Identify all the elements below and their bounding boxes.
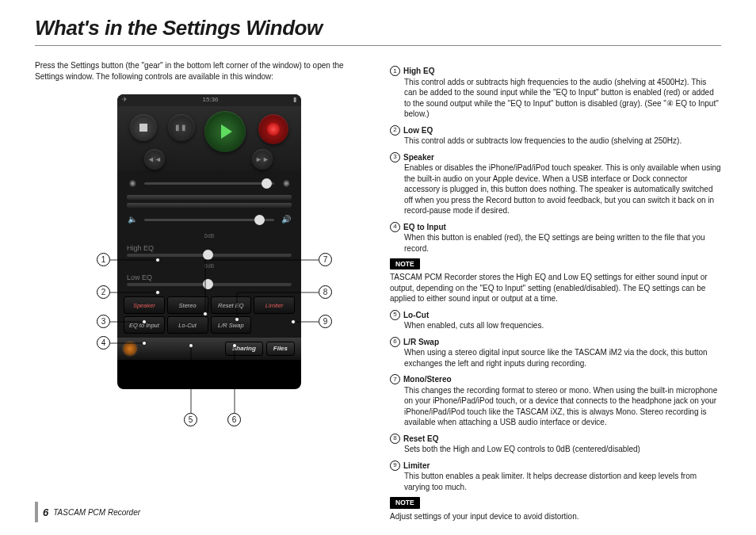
item-1: 1High EQ: [390, 66, 721, 77]
mic-high-icon: ◉: [281, 178, 292, 189]
item-number: 5: [390, 310, 400, 320]
item-body: When using a stereo digital input source…: [404, 347, 721, 369]
transport-panel: ▮▮ ◄◄ ►►: [117, 106, 301, 171]
item-body: This button enables a peak limiter. It h…: [404, 471, 721, 492]
callout-7: 7: [319, 253, 332, 266]
item-body: This control adds or subtracts high freq…: [404, 77, 721, 120]
callout-5: 5: [184, 413, 197, 426]
page-number: 6: [43, 506, 48, 518]
item-body: This control adds or subtracts low frequ…: [404, 136, 721, 147]
db-label-high: 0dB: [204, 233, 214, 239]
item-number: 3: [390, 152, 400, 162]
item-title: Lo-Cut: [403, 310, 429, 321]
item-number: 4: [390, 222, 400, 232]
item-7: 7 Mono/Stereo: [390, 374, 721, 385]
files-button[interactable]: Files: [266, 342, 295, 356]
play-button[interactable]: [204, 111, 246, 152]
battery-icon: ▮: [293, 96, 296, 105]
gear-icon[interactable]: [124, 342, 136, 355]
item-title: Speaker: [403, 152, 434, 163]
callout-1: 1: [97, 253, 110, 266]
record-button[interactable]: [258, 114, 288, 144]
status-time: 15:36: [202, 96, 218, 105]
low-eq-slider[interactable]: [127, 283, 292, 286]
speaker-high-icon: 🔊: [281, 214, 292, 225]
item-number: 8: [390, 434, 400, 444]
note-tag: NOTE: [390, 258, 420, 269]
stop-button[interactable]: [130, 114, 157, 141]
item-title: EQ to Input: [403, 222, 446, 233]
page-footer: 6 TASCAM PCM Recorder: [35, 502, 140, 522]
manual-page: What's in the Settings Window Press the …: [0, 0, 756, 535]
item-body: Sets both the High and Low EQ controls t…: [404, 444, 721, 455]
callout-4: 4: [97, 336, 110, 350]
reset-eq-button[interactable]: Reset EQ: [211, 296, 252, 314]
item-2: 2Low EQ: [390, 125, 721, 136]
left-column: Press the Settings button (the "gear" in…: [35, 60, 368, 522]
volume-section: ◉ ◉ 🔈 🔊: [117, 171, 301, 230]
item-number: 7: [390, 374, 400, 384]
item-body: Enables or disables the iPhone/iPad/iPod…: [404, 162, 721, 216]
input-gain-slider[interactable]: [144, 182, 274, 185]
level-meter-l: [127, 195, 292, 200]
high-eq-slider[interactable]: [127, 254, 292, 257]
right-column: 1High EQThis control adds or subtracts h…: [390, 60, 721, 522]
db-label-low: 0dB: [204, 263, 214, 269]
item-number: 2: [390, 125, 400, 136]
prev-button[interactable]: ◄◄: [144, 149, 165, 170]
pause-button[interactable]: ▮▮: [168, 114, 195, 141]
note-text: Adjust settings of your input device to …: [390, 511, 721, 522]
airplane-icon: ✈: [122, 96, 128, 105]
item-9: 9Limiter: [390, 460, 721, 472]
button-grid: Speaker Stereo Reset EQ Limiter EQ to In…: [117, 294, 301, 338]
item-6: 6L/R Swap: [390, 337, 721, 348]
page-title: What's in the Settings Window: [35, 16, 721, 46]
mic-low-icon: ◉: [127, 178, 138, 189]
item-title: Limiter: [403, 460, 430, 472]
item-title: Mono/Stereo: [403, 374, 452, 385]
intro-text: Press the Settings button (the "gear" in…: [35, 60, 368, 82]
item-4: 4EQ to Input: [390, 222, 721, 233]
item-title: Reset EQ: [403, 434, 438, 445]
item-body: When enabled, cuts all low frequencies.: [404, 320, 721, 331]
item-title: High EQ: [403, 66, 434, 77]
lr-swap-button[interactable]: L/R Swap: [211, 316, 252, 334]
eq-to-input-button[interactable]: EQ to Input: [124, 316, 165, 334]
next-button[interactable]: ►►: [252, 149, 273, 170]
item-5: 5Lo-Cut: [390, 310, 721, 321]
callout-8: 8: [319, 285, 332, 299]
item-body: When this button is enabled (red), the E…: [404, 232, 721, 254]
item-number: 6: [390, 337, 400, 347]
sharing-button[interactable]: Sharing: [225, 342, 263, 356]
note-tag: NOTE: [390, 497, 420, 508]
callout-9: 9: [319, 315, 332, 328]
level-meter-r: [127, 203, 292, 208]
callout-3: 3: [97, 315, 110, 328]
item-title: L/R Swap: [403, 337, 439, 348]
item-body: This changes the recording format to ste…: [404, 385, 721, 428]
eq-section: 0dB High EQ 0dB Low EQ: [117, 230, 301, 294]
item-number: 1: [390, 66, 400, 76]
item-3: 3Speaker: [390, 152, 721, 163]
annotated-screenshot: ✈ 15:36 ▮ ▮▮ ◄◄ ►► ◉: [35, 94, 368, 451]
item-8: 8Reset EQ: [390, 434, 721, 445]
limiter-button[interactable]: Limiter: [254, 296, 295, 314]
volume-slider[interactable]: [144, 219, 274, 221]
callout-6: 6: [227, 413, 241, 426]
footer-accent: [35, 502, 38, 522]
footer-label: TASCAM PCM Recorder: [53, 508, 140, 517]
lo-cut-button[interactable]: Lo-Cut: [167, 316, 208, 334]
speaker-button[interactable]: Speaker: [124, 296, 165, 314]
status-bar: ✈ 15:36 ▮: [117, 94, 301, 106]
phone-mock: ✈ 15:36 ▮ ▮▮ ◄◄ ►► ◉: [117, 94, 301, 389]
callout-2: 2: [97, 285, 110, 299]
stereo-button[interactable]: Stereo: [167, 296, 208, 314]
item-title: Low EQ: [403, 125, 433, 136]
note-text: TASCAM PCM Recorder stores the High EQ a…: [390, 272, 721, 304]
item-number: 9: [390, 460, 400, 471]
speaker-low-icon: 🔈: [127, 214, 138, 225]
bottom-toolbar: Sharing Files: [117, 338, 301, 360]
